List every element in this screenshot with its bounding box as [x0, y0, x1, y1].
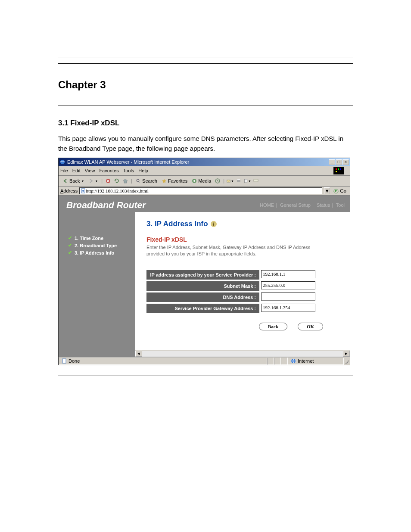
resize-grip[interactable] [344, 358, 350, 365]
back-button[interactable]: Back ▼ [61, 177, 86, 184]
form-row-ip-address: IP address assigned by your Service Prov… [146, 270, 340, 280]
status-pane-4 [281, 358, 288, 365]
form-row-gateway-address: Service Provider Gateway Address : [146, 304, 340, 313]
form-row-subnet-mask: Subnet Mask : [146, 281, 340, 291]
menu-file[interactable]: File [60, 168, 68, 173]
scroll-track[interactable] [142, 351, 343, 357]
titlebar: Edimax WLAN AP Webserver - Microsoft Int… [59, 158, 350, 166]
svg-rect-15 [254, 179, 258, 182]
browser-window: Edimax WLAN AP Webserver - Microsoft Int… [58, 158, 350, 365]
search-label: Search [142, 178, 157, 184]
svg-rect-14 [244, 179, 247, 183]
check-icon: ✔ [68, 250, 72, 255]
sidebar-item-label: 1. Time Zone [75, 236, 103, 241]
divider-mid [58, 106, 353, 106]
svg-point-17 [82, 190, 84, 192]
divider-bottom [58, 376, 353, 376]
check-icon: ✔ [68, 235, 72, 241]
status-text: Done [68, 358, 80, 364]
chapter-heading: Chapter 3 [58, 79, 353, 91]
menu-help[interactable]: Help [138, 168, 148, 173]
search-button[interactable]: Search [134, 177, 159, 184]
scroll-left-button[interactable]: ◂ [135, 351, 142, 357]
internet-zone-icon [291, 358, 296, 364]
sidebar-item-broadband-type[interactable]: ✔ 2. Broadband Type [68, 243, 135, 248]
form-label: DNS Address : [146, 292, 259, 302]
stop-button[interactable] [104, 177, 112, 185]
toolbar-separator: | [101, 178, 103, 184]
horizontal-scrollbar[interactable]: ◂ ▸ [135, 350, 350, 357]
address-input[interactable] [86, 188, 321, 193]
brand-title: Broadband Router [66, 200, 146, 210]
svg-rect-5 [336, 171, 337, 172]
scroll-right-button[interactable]: ▸ [343, 351, 350, 357]
sidebar-item-time-zone[interactable]: ✔ 1. Time Zone [68, 235, 135, 241]
history-button[interactable] [214, 177, 221, 185]
discuss-button[interactable] [252, 177, 260, 185]
sidebar-item-ip-address-info[interactable]: ✔ 3. IP Address Info [68, 250, 135, 255]
statusbar: Done Internet [59, 357, 350, 365]
nav-general-setup[interactable]: General Setup [280, 202, 311, 208]
dns-address-input[interactable] [261, 292, 315, 301]
status-pane-2 [267, 358, 274, 365]
menu-tools[interactable]: Tools [123, 168, 134, 173]
back-button[interactable]: Back [259, 323, 287, 330]
main-panel: 3. IP Address Info i Fixed-IP xDSL Enter… [135, 212, 350, 350]
section-heading: 3.1 Fixed-IP xDSL [58, 119, 353, 128]
go-button[interactable]: Go [332, 188, 348, 194]
page-header: Broadband Router HOME| General Setup| St… [59, 196, 350, 212]
favorites-button[interactable]: Favorites [160, 177, 189, 184]
go-label: Go [340, 188, 346, 193]
top-nav: HOME| General Setup| Status| Tool [260, 202, 345, 208]
form-label: IP address assigned by your Service Prov… [146, 270, 259, 280]
forward-button[interactable]: ▼ [87, 177, 100, 184]
address-input-container[interactable] [79, 187, 322, 194]
divider-top-1 [58, 57, 353, 57]
mail-button[interactable]: ▼ [226, 177, 234, 185]
refresh-button[interactable] [113, 177, 121, 185]
gateway-address-input[interactable] [261, 304, 315, 312]
menu-edit[interactable]: Edit [72, 168, 81, 173]
nav-home[interactable]: HOME [260, 202, 274, 208]
nav-status[interactable]: Status [317, 202, 330, 208]
svg-point-9 [193, 180, 195, 182]
media-button[interactable]: Media [190, 177, 213, 184]
form-label: Service Provider Gateway Address : [146, 304, 259, 313]
menu-favorites[interactable]: Favorites [99, 168, 118, 173]
panel-description: Enter the IP Address, Subnet Mask, Gatew… [146, 244, 327, 257]
svg-point-0 [60, 160, 65, 164]
maximize-button[interactable]: □ [336, 159, 342, 165]
status-zone-pane: Internet [288, 358, 344, 365]
window-title: Edimax WLAN AP Webserver - Microsoft Int… [67, 159, 189, 165]
zone-text: Internet [298, 358, 314, 364]
address-dropdown-button[interactable]: ▼ [324, 187, 330, 194]
ie-logo-icon [333, 167, 344, 174]
divider-top-2 [58, 63, 353, 64]
content-area: Broadband Router HOME| General Setup| St… [59, 196, 350, 357]
svg-rect-2 [336, 168, 337, 170]
svg-rect-3 [338, 168, 339, 170]
edit-button[interactable]: ▼ [243, 177, 251, 185]
close-button[interactable]: × [342, 159, 349, 165]
form-table: IP address assigned by your Service Prov… [146, 270, 340, 313]
ok-button[interactable]: OK [298, 323, 323, 330]
ip-address-input[interactable] [261, 270, 315, 278]
toolbar-separator: | [223, 178, 224, 184]
svg-rect-13 [237, 179, 240, 180]
status-pane-3 [274, 358, 281, 365]
print-button[interactable] [235, 177, 243, 185]
panel-title: 3. IP Address Info i [146, 220, 340, 228]
check-icon: ✔ [68, 243, 72, 248]
address-label: Address [60, 188, 78, 193]
ie-icon [59, 159, 65, 165]
subnet-mask-input[interactable] [261, 281, 315, 289]
help-icon[interactable]: i [211, 221, 217, 227]
menu-view[interactable]: View [85, 168, 95, 173]
section-paragraph: This page allows you to manually configu… [58, 134, 353, 153]
home-button[interactable] [121, 177, 129, 185]
nav-tool[interactable]: Tool [336, 202, 345, 208]
minimize-button[interactable]: _ [329, 159, 335, 165]
favorites-label: Favorites [168, 178, 187, 184]
toolbar: Back ▼ ▼ | | Search Favorites Media [59, 176, 350, 187]
toolbar-separator: | [131, 178, 132, 184]
